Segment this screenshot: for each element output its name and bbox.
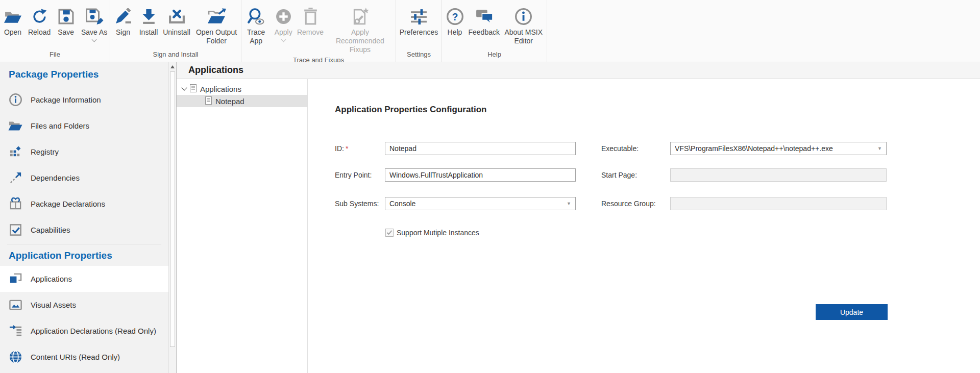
checkbox-icon xyxy=(8,223,22,237)
info-circle-icon xyxy=(8,93,22,107)
ribbon-group-label-file: File xyxy=(0,49,110,62)
feedback-button[interactable]: Feedback xyxy=(468,4,500,38)
fixups-doc-icon xyxy=(351,5,369,28)
gift-box-icon xyxy=(8,197,22,211)
chevron-down-icon[interactable] xyxy=(181,85,187,90)
open-output-folder-icon xyxy=(207,5,226,28)
uninstall-button[interactable]: Uninstall xyxy=(161,4,192,38)
sidebar-item-dependencies[interactable]: Dependencies xyxy=(0,165,168,191)
sidebar-item-label: Dependencies xyxy=(31,173,80,182)
tree-node-label: Notepad xyxy=(215,97,244,106)
open-output-folder-button[interactable]: Open Output Folder xyxy=(192,4,241,46)
apply-plus-icon xyxy=(275,5,292,28)
svg-text:?: ? xyxy=(452,11,458,22)
sidebar-heading-application-properties: Application Properties xyxy=(0,245,168,266)
chevron-down-icon xyxy=(92,37,97,42)
sidebar-item-label: Registry xyxy=(31,147,59,156)
sub-systems-value: Console xyxy=(389,200,564,208)
tree-node-label: Applications xyxy=(200,85,241,93)
preferences-button[interactable]: Preferences xyxy=(397,4,441,38)
ribbon-group-label-help: Help xyxy=(442,49,547,62)
save-button[interactable]: Save xyxy=(53,4,79,38)
save-button-label: Save xyxy=(58,28,74,37)
resource-group-input xyxy=(670,197,887,210)
sidebar-item-applications[interactable]: Applications xyxy=(0,266,168,292)
support-multiple-instances-label: Support Mutiple Instances xyxy=(397,229,479,237)
id-input[interactable] xyxy=(385,142,576,155)
update-button[interactable]: Update xyxy=(816,304,888,320)
resource-group-label: Resource Group: xyxy=(601,197,656,210)
trace-app-button-label: Trace App xyxy=(244,28,267,45)
document-icon xyxy=(205,96,212,106)
globe-icon xyxy=(8,350,22,364)
page-title-bar: Applications xyxy=(177,62,980,79)
sidebar-item-package-declarations[interactable]: Package Declarations xyxy=(0,191,168,217)
ribbon-group-label-settings: Settings xyxy=(396,49,442,62)
install-button-label: Install xyxy=(139,28,158,37)
open-button-label: Open xyxy=(4,28,21,37)
help-question-icon: ? xyxy=(446,5,464,28)
sidebar: Package Properties Package Information F… xyxy=(0,62,168,373)
apply-recommended-fixups-button: Apply Recommended Fixups xyxy=(325,4,396,55)
sidebar-item-application-declarations[interactable]: Application Declarations (Read Only) xyxy=(0,318,168,344)
chevron-down-icon: ▼ xyxy=(877,146,882,151)
executable-value: VFS\ProgramFilesX86\Notepad++\notepad++.… xyxy=(675,144,874,153)
feedback-bubbles-icon xyxy=(475,5,494,28)
reload-button[interactable]: Reload xyxy=(26,4,53,38)
apply-button-label: Apply xyxy=(275,28,292,37)
sidebar-item-content-uris[interactable]: Content URIs (Read Only) xyxy=(0,344,168,370)
declarations-list-icon xyxy=(8,324,22,338)
entry-point-input[interactable] xyxy=(385,168,576,182)
sign-button[interactable]: Sign xyxy=(110,4,136,38)
sub-systems-select[interactable]: Console ▼ xyxy=(385,197,576,210)
support-multiple-instances-checkbox xyxy=(385,229,394,237)
ribbon-group-settings: Preferences Settings xyxy=(396,0,442,62)
sidebar-item-capabilities[interactable]: Capabilities xyxy=(0,217,168,243)
ribbon-group-help: ? Help Feedback About MSIX Editor Help xyxy=(442,0,547,62)
uninstall-button-label: Uninstall xyxy=(163,28,190,37)
open-output-folder-button-label: Open Output Folder xyxy=(195,28,238,45)
save-as-button-label: Save As xyxy=(81,28,107,37)
sidebar-divider xyxy=(7,244,161,244)
about-msix-editor-button-label: About MSIX Editor xyxy=(503,28,544,45)
required-marker: * xyxy=(346,144,348,153)
scrollbar-thumb[interactable] xyxy=(170,71,175,347)
preferences-sliders-icon xyxy=(410,5,428,28)
executable-select[interactable]: VFS\ProgramFilesX86\Notepad++\notepad++.… xyxy=(670,142,887,155)
remove-button-label: Remove xyxy=(297,28,324,37)
uninstall-x-icon xyxy=(168,5,186,28)
ribbon: Open Reload Save Save As xyxy=(0,0,980,62)
application-properties-form: Application Properties Configuration ID:… xyxy=(308,79,980,373)
sidebar-item-visual-assets[interactable]: Visual Assets xyxy=(0,292,168,318)
id-label-text: ID: xyxy=(335,144,344,153)
help-button-label: Help xyxy=(448,28,462,37)
registry-grid-icon xyxy=(8,145,22,159)
about-info-icon xyxy=(514,5,532,28)
sidebar-item-package-information[interactable]: Package Information xyxy=(0,87,168,113)
sidebar-scrollbar[interactable] xyxy=(168,62,177,373)
open-button[interactable]: Open xyxy=(0,4,26,38)
tree-node-applications[interactable]: Applications xyxy=(177,83,307,95)
form-heading: Application Properties Configuration xyxy=(335,105,487,115)
ribbon-group-label-sign-and-install: Sign and Install xyxy=(110,49,241,62)
trace-app-button[interactable]: Trace App xyxy=(241,4,271,46)
document-icon xyxy=(190,84,197,94)
ribbon-group-sign-and-install: Sign Install Uninstall Open Output Folde… xyxy=(110,0,241,62)
remove-button: Remove xyxy=(296,4,325,38)
folder-icon xyxy=(8,119,22,133)
about-msix-editor-button[interactable]: About MSIX Editor xyxy=(500,4,547,46)
sidebar-item-files-and-folders[interactable]: Files and Folders xyxy=(0,113,168,139)
tree-node-notepad[interactable]: Notepad xyxy=(177,95,307,107)
scroll-up-arrow-icon[interactable] xyxy=(170,65,175,68)
executable-label: Executable: xyxy=(601,142,639,155)
app-windows-icon xyxy=(8,272,22,286)
install-button[interactable]: Install xyxy=(136,4,161,38)
sidebar-heading-package-properties: Package Properties xyxy=(0,62,168,87)
image-icon xyxy=(8,298,22,312)
help-button[interactable]: ? Help xyxy=(442,4,468,38)
remove-trash-icon xyxy=(303,5,318,28)
sidebar-item-registry[interactable]: Registry xyxy=(0,139,168,165)
reload-button-label: Reload xyxy=(28,28,51,37)
chevron-down-icon: ▼ xyxy=(567,201,571,206)
save-as-button[interactable]: Save As xyxy=(79,4,110,42)
